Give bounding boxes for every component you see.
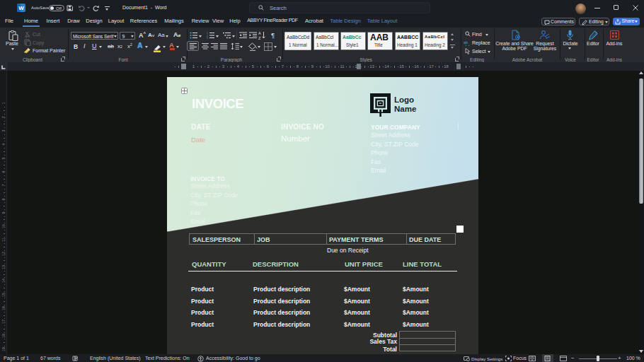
svg-text:W: W — [18, 5, 24, 11]
svg-text:ab: ab — [464, 40, 468, 45]
svg-text:A: A — [258, 31, 261, 35]
svg-text:3: 3 — [207, 37, 208, 39]
svg-text:Z: Z — [258, 36, 261, 40]
